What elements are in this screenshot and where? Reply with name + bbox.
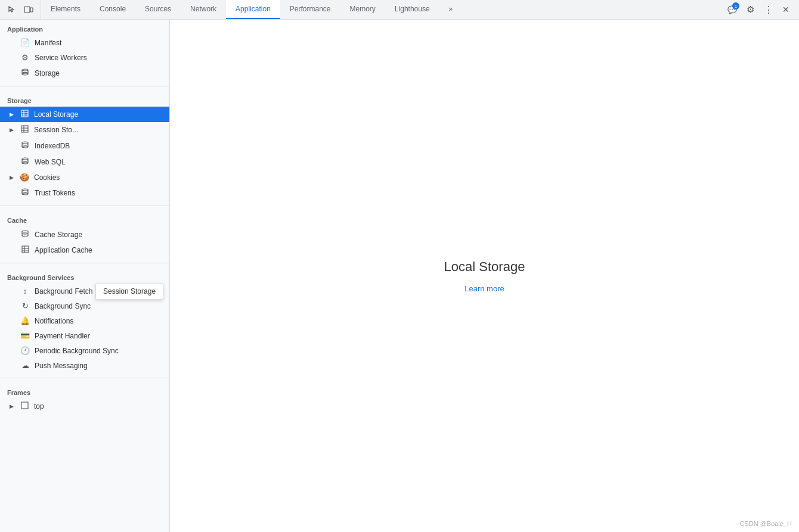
sidebar-item-storage[interactable]: Storage [0, 65, 169, 81]
trust-tokens-icon [20, 188, 30, 198]
sidebar-item-application-cache[interactable]: Application Cache [0, 242, 169, 258]
tab-elements[interactable]: Elements [41, 0, 90, 19]
main-container: Application 📄 Manifest ⚙ Service Workers… [0, 20, 799, 532]
local-storage-icon [20, 110, 29, 119]
svg-point-15 [22, 162, 28, 164]
local-storage-arrow: ▶ [10, 111, 14, 117]
cookies-icon: 🍪 [20, 173, 29, 182]
sidebar-item-cache-storage[interactable]: Cache Storage [0, 226, 169, 242]
svg-point-19 [22, 235, 28, 237]
learn-more-link[interactable]: Learn more [464, 284, 504, 293]
sidebar-item-local-storage[interactable]: ▶ Local Storage [0, 107, 169, 122]
svg-rect-20 [22, 246, 29, 253]
sidebar: Application 📄 Manifest ⚙ Service Workers… [0, 20, 170, 532]
session-storage-arrow: ▶ [10, 127, 14, 133]
background-fetch-icon: ↕ [20, 287, 30, 295]
tab-console[interactable]: Console [90, 0, 135, 19]
tab-sources[interactable]: Sources [135, 0, 181, 19]
session-storage-icon [20, 125, 29, 135]
toolbar-right-icons: 💬 1 ⚙ ⋮ ✕ [719, 1, 799, 18]
svg-point-3 [22, 73, 28, 75]
device-toggle-button[interactable] [21, 2, 36, 17]
sidebar-section-frames: Frames [0, 383, 169, 399]
payment-handler-icon: 💳 [20, 331, 30, 340]
divider-2 [0, 206, 169, 206]
tab-application[interactable]: Application [226, 0, 280, 19]
svg-rect-24 [21, 402, 28, 409]
tabs-bar: Elements Console Sources Network Applica… [41, 0, 719, 19]
sidebar-item-web-sql[interactable]: Web SQL [0, 154, 169, 170]
svg-point-18 [22, 231, 28, 232]
tab-performance[interactable]: Performance [280, 0, 340, 19]
service-workers-icon: ⚙ [20, 53, 30, 62]
divider-3 [0, 263, 169, 263]
sidebar-item-background-sync[interactable]: ↻ Background Sync [0, 298, 169, 313]
sidebar-section-cache: Cache [0, 211, 169, 226]
more-options-button[interactable]: ⋮ [760, 1, 776, 18]
tab-lighthouse[interactable]: Lighthouse [385, 0, 439, 19]
svg-point-13 [22, 146, 28, 148]
web-sql-icon [20, 157, 30, 167]
svg-point-2 [22, 69, 28, 71]
svg-point-12 [22, 142, 28, 144]
push-messaging-icon: ☁ [20, 361, 30, 370]
sidebar-item-session-storage[interactable]: ▶ Session Sto... Session Storage [0, 122, 169, 138]
sidebar-item-periodic-background-sync[interactable]: 🕐 Periodic Background Sync [0, 343, 169, 358]
sidebar-item-payment-handler[interactable]: 💳 Payment Handler [0, 328, 169, 343]
sidebar-item-indexeddb[interactable]: IndexedDB [0, 138, 169, 154]
periodic-bg-sync-icon: 🕐 [20, 346, 30, 355]
toolbar-icons [0, 0, 41, 19]
select-element-button[interactable] [5, 2, 19, 17]
svg-rect-1 [30, 8, 33, 12]
sidebar-section-storage: Storage [0, 91, 169, 107]
sidebar-item-trust-tokens[interactable]: Trust Tokens [0, 185, 169, 201]
sidebar-item-top-frame[interactable]: ▶ top [0, 399, 169, 414]
svg-rect-0 [24, 7, 30, 13]
manifest-icon: 📄 [20, 38, 30, 47]
settings-button[interactable]: ⚙ [742, 1, 758, 18]
background-sync-icon: ↻ [20, 301, 30, 310]
watermark: CSDN @Boale_H [739, 520, 792, 527]
sidebar-item-service-workers[interactable]: ⚙ Service Workers [0, 50, 169, 65]
top-frame-arrow: ▶ [10, 403, 14, 409]
cookies-arrow: ▶ [10, 175, 14, 181]
sidebar-item-push-messaging[interactable]: ☁ Push Messaging [0, 358, 169, 373]
svg-point-16 [22, 189, 28, 191]
tab-network[interactable]: Network [181, 0, 226, 19]
storage-icon [20, 68, 30, 78]
notifications-icon: 🔔 [20, 316, 30, 325]
messages-button[interactable]: 💬 1 [724, 1, 741, 18]
devtools-toolbar: Elements Console Sources Network Applica… [0, 0, 799, 20]
svg-rect-8 [21, 126, 28, 132]
sidebar-item-manifest[interactable]: 📄 Manifest [0, 35, 169, 50]
sidebar-item-cookies[interactable]: ▶ 🍪 Cookies [0, 170, 169, 185]
indexeddb-icon [20, 141, 30, 151]
sidebar-section-background: Background Services [0, 268, 169, 284]
application-cache-icon [20, 245, 30, 255]
content-title: Local Storage [444, 259, 525, 275]
tab-memory[interactable]: Memory [340, 0, 385, 19]
sidebar-item-notifications[interactable]: 🔔 Notifications [0, 313, 169, 328]
main-content: Local Storage Learn more CSDN @Boale_H [170, 20, 799, 532]
frame-icon [20, 402, 29, 411]
svg-point-14 [22, 158, 28, 160]
cache-storage-icon [20, 229, 30, 239]
content-center: Local Storage Learn more [444, 259, 525, 293]
divider-1 [0, 86, 169, 86]
tab-more[interactable]: » [439, 0, 463, 19]
sidebar-section-application: Application [0, 20, 169, 35]
divider-4 [0, 378, 169, 378]
svg-point-17 [22, 193, 28, 195]
svg-rect-4 [21, 110, 28, 117]
close-button[interactable]: ✕ [778, 1, 794, 18]
message-badge: 1 [732, 2, 739, 10]
session-storage-tooltip: Session Storage [95, 283, 163, 300]
